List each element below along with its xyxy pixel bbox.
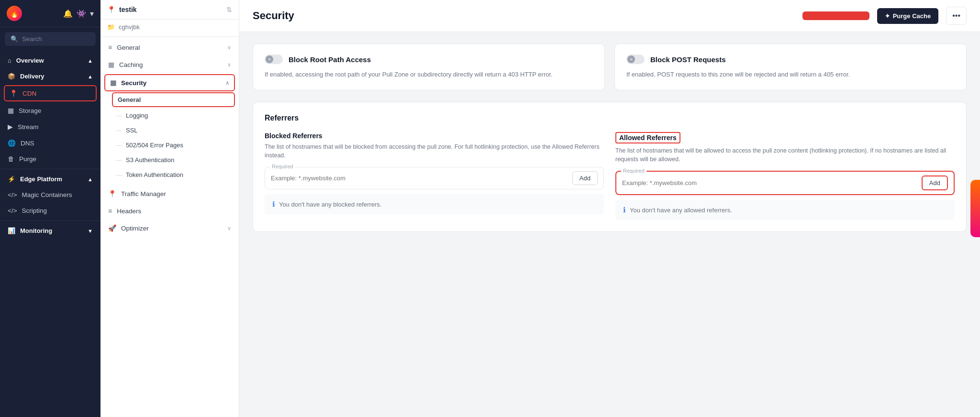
sidebar-item-storage[interactable]: ▦ Storage xyxy=(0,102,100,119)
sidebar-item-monitoring[interactable]: 📊 Monitoring ▼ xyxy=(0,223,100,239)
page-title: Security xyxy=(253,10,795,22)
optimizer-icon: 🚀 xyxy=(108,224,116,232)
referrers-grid: Blocked Referrers The list of hostnames … xyxy=(265,132,955,220)
sidebar-item-edge-platform[interactable]: ⚡ Edge Platform ▲ xyxy=(0,171,100,187)
middle-panel: 📍 testik ⇅ 📁 cghvjbk ≡ General ∨ ▦ Cachi… xyxy=(100,0,239,417)
submenu-s3-auth[interactable]: — S3 Authentication xyxy=(100,153,239,167)
sidebar: 🔥 🔔 👾 ▾ 🔍 Search ⌂ Overview ▲ 📦 Delivery… xyxy=(0,0,100,417)
block-root-toggle[interactable] xyxy=(265,55,283,64)
caching-icon: ▦ xyxy=(108,61,114,68)
search-box[interactable]: 🔍 Search xyxy=(5,32,96,46)
sidebar-item-dns[interactable]: 🌐 DNS xyxy=(0,135,100,151)
block-post-card: Block POST Requests If enabled, POST req… xyxy=(614,44,967,90)
allowed-title: Allowed Referrers xyxy=(615,132,680,143)
scripting-icon: </> xyxy=(8,207,17,214)
header-icons: 🔔 👾 ▾ xyxy=(63,9,94,18)
sidebar-item-overview[interactable]: ⌂ Overview ▲ xyxy=(0,53,100,68)
blocked-desc: The list of hostnames that will be block… xyxy=(265,143,604,161)
headers-icon: ≡ xyxy=(108,207,112,215)
overview-icon: ⌂ xyxy=(8,57,11,64)
toggle-knob xyxy=(627,55,635,63)
block-root-desc: If enabled, accessing the root path of y… xyxy=(265,70,593,79)
submenu-token-auth[interactable]: — Token Authentication xyxy=(100,167,239,182)
monitoring-arrow: ▼ xyxy=(88,228,93,234)
sidebar-item-delivery[interactable]: 📦 Delivery ▲ xyxy=(0,68,100,84)
menu-item-traffic-manager[interactable]: 📍 Traffic Manager xyxy=(100,185,239,202)
toggle-knob xyxy=(266,55,273,63)
caching-arrow: ∨ xyxy=(227,62,231,68)
allowed-add-button[interactable]: Add xyxy=(922,176,948,190)
info-icon: ℹ xyxy=(272,200,275,208)
allowed-input-group: Required Add xyxy=(615,171,955,195)
sidebar-item-scripting[interactable]: </> Scripting xyxy=(0,203,100,219)
zone-location-icon: 📍 xyxy=(107,6,115,13)
sidebar-item-stream[interactable]: ▶ Stream xyxy=(0,119,100,135)
menu-item-optimizer[interactable]: 🚀 Optimizer ∨ xyxy=(100,219,239,237)
block-post-toggle[interactable] xyxy=(626,55,645,64)
allowed-referrers-col: Allowed Referrers The list of hostnames … xyxy=(615,132,955,220)
menu-item-general[interactable]: ≡ General ∨ xyxy=(100,39,239,56)
submenu-error-pages[interactable]: — 502/504 Error Pages xyxy=(100,138,239,153)
middle-menu: ≡ General ∨ ▦ Caching ∨ ▦ Security ∧ Gen… xyxy=(100,37,239,239)
dns-icon: 🌐 xyxy=(8,139,16,147)
purge-cache-button[interactable]: ✦ Purge Cache xyxy=(877,8,938,24)
dash-icon: — xyxy=(116,127,122,134)
info-icon: ℹ xyxy=(623,206,626,214)
search-icon: 🔍 xyxy=(11,35,18,43)
allowed-input-label: Required xyxy=(621,168,646,174)
blocked-title: Blocked Referrers xyxy=(265,132,604,140)
storage-icon: ▦ xyxy=(8,107,14,114)
purge-icon: ✦ xyxy=(885,12,890,20)
toggle-cards: Block Root Path Access If enabled, acces… xyxy=(253,44,967,90)
traffic-manager-icon: 📍 xyxy=(108,190,116,198)
delivery-arrow: ▲ xyxy=(88,74,93,79)
chevron-down-icon[interactable]: ▾ xyxy=(90,9,94,18)
submenu-logging[interactable]: — Logging xyxy=(100,108,239,123)
block-post-title: Block POST Requests xyxy=(650,55,726,64)
content-body: Block Root Path Access If enabled, acces… xyxy=(239,32,980,417)
search-label: Search xyxy=(22,35,42,43)
more-options-button[interactable]: ••• xyxy=(946,7,967,25)
bell-icon[interactable]: 🔔 xyxy=(63,9,73,18)
right-edge-decoration xyxy=(970,180,980,237)
menu-item-security[interactable]: ▦ Security ∧ xyxy=(104,74,235,91)
sidebar-item-cdn[interactable]: 📍 CDN xyxy=(4,85,97,101)
menu-item-headers[interactable]: ≡ Headers xyxy=(100,202,239,219)
monitoring-icon: 📊 xyxy=(8,227,15,234)
referrers-title: Referrers xyxy=(265,114,955,122)
block-root-title: Block Root Path Access xyxy=(289,55,371,64)
blocked-add-button[interactable]: Add xyxy=(572,171,598,185)
zone-selector[interactable]: 📍 testik ⇅ xyxy=(100,0,239,20)
submenu-general[interactable]: General xyxy=(112,92,235,107)
optimizer-arrow: ∨ xyxy=(227,225,231,231)
purge-icon: 🗑 xyxy=(8,155,14,163)
stream-icon: ▶ xyxy=(8,123,13,131)
general-arrow: ∨ xyxy=(227,44,231,51)
dash-icon: — xyxy=(116,171,122,178)
blocked-input-label: Required xyxy=(270,164,295,169)
block-post-desc: If enabled, POST requests to this zone w… xyxy=(626,70,955,79)
main-content: Security ✦ Purge Cache ••• Block Root Pa… xyxy=(239,0,980,417)
referrers-section: Referrers Blocked Referrers The list of … xyxy=(253,102,967,232)
main-header: Security ✦ Purge Cache ••• xyxy=(239,0,980,32)
dash-icon: — xyxy=(116,112,122,119)
sidebar-item-purge[interactable]: 🗑 Purge xyxy=(0,151,100,167)
sidebar-item-magic-containers[interactable]: </> Magic Containers xyxy=(0,187,100,203)
magic-containers-icon: </> xyxy=(8,191,17,198)
blocked-input[interactable] xyxy=(271,175,568,182)
allowed-desc: The list of hostnames that will be allow… xyxy=(615,146,955,165)
cdn-icon: 📍 xyxy=(10,89,18,97)
red-action-button[interactable] xyxy=(802,11,869,20)
avatar-icon[interactable]: 👾 xyxy=(77,9,86,18)
menu-item-caching[interactable]: ▦ Caching ∨ xyxy=(100,56,239,73)
blocked-input-group: Required Add xyxy=(265,167,604,189)
blocked-empty-notice: ℹ You don't have any blocked referrers. xyxy=(265,194,604,214)
dash-icon: — xyxy=(116,142,122,149)
overview-arrow: ▲ xyxy=(88,58,93,64)
submenu-ssl[interactable]: — SSL xyxy=(100,123,239,138)
zone-expand-icon[interactable]: ⇅ xyxy=(226,6,232,13)
allowed-input[interactable] xyxy=(622,179,918,187)
security-icon: ▦ xyxy=(110,79,116,87)
sidebar-nav: ⌂ Overview ▲ 📦 Delivery ▲ 📍 CDN ▦ Storag… xyxy=(0,51,100,241)
block-root-card: Block Root Path Access If enabled, acces… xyxy=(253,44,605,90)
